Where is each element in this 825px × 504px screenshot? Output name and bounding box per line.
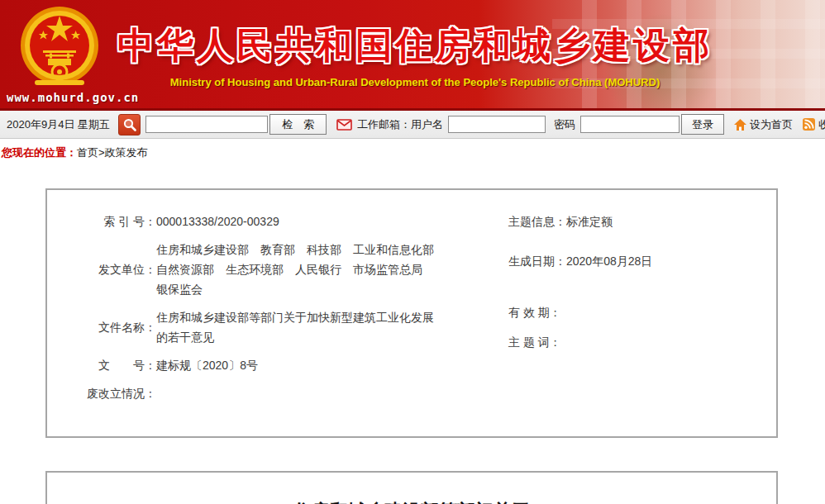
search-input[interactable] [145, 116, 268, 133]
username-input[interactable] [448, 116, 546, 133]
mail-username-label: 工作邮箱：用户名 [357, 117, 443, 132]
meta-label: 文 号： [70, 355, 156, 375]
meta-label: 主题信息： [508, 212, 566, 231]
meta-label: 有 效 期： [508, 302, 561, 322]
document-body-card: 住房和城乡建设部等部门关于 加快新型建筑工业化发展的若干意见 [45, 471, 778, 504]
current-date: 2020年9月4日 星期五 [7, 117, 110, 132]
meta-value: 建标规〔2020〕8号 [156, 355, 436, 375]
meta-label: 生成日期： [508, 251, 566, 271]
search-icon[interactable] [118, 114, 141, 136]
meta-row-document-number: 文 号： 建标规〔2020〕8号 [70, 355, 459, 375]
national-emblem [18, 4, 101, 90]
meta-label: 发文单位： [70, 259, 156, 279]
site-banner: 中华人民共和国住房和城乡建设部 Ministry of Housing and … [0, 0, 825, 111]
favorite-site-link[interactable]: 收藏本站 [803, 117, 825, 132]
set-homepage-link[interactable]: 设为首页 [734, 117, 793, 132]
breadcrumb-section-link[interactable]: 政策发布 [105, 146, 148, 159]
password-label: 密码 [554, 117, 575, 132]
site-url: www.mohurd.gov.cn [7, 91, 139, 104]
meta-label: 废改立情况： [65, 383, 156, 403]
metadata-left-column: 索 引 号： 000013338/2020-00329 发文单位： 住房和城乡建… [70, 212, 459, 411]
breadcrumb: 您现在的位置：首页>政策发布 [0, 139, 825, 167]
document-metadata-card: 索 引 号： 000013338/2020-00329 发文单位： 住房和城乡建… [45, 188, 778, 438]
site-title: 中华人民共和国住房和城乡建设部 [106, 21, 724, 70]
breadcrumb-separator: > [98, 146, 105, 159]
meta-row-document-name: 文件名称： 住房和城乡建设部等部门关于加快新型建筑工业化发展的若干意见 [70, 307, 459, 347]
meta-value: 000013338/2020-00329 [156, 212, 436, 231]
document-title: 住房和城乡建设部等部门关于 加快新型建筑工业化发展的若干意见 [47, 496, 776, 504]
meta-label: 文件名称： [70, 317, 156, 337]
rss-icon [803, 118, 815, 131]
meta-label: 索 引 号： [70, 212, 156, 231]
meta-row-validity-period: 有 效 期： [508, 302, 753, 322]
mail-icon [336, 119, 352, 131]
meta-row-issuing-units: 发文单位： 住房和城乡建设部 教育部 科技部 工业和信息化部 自然资源部 生态环… [70, 240, 459, 299]
favorite-site-label: 收藏本站 [818, 117, 825, 132]
site-subtitle-english: Ministry of Housing and Urban-Rural Deve… [106, 76, 724, 88]
document-title-line1: 住房和城乡建设部等部门关于 [47, 496, 776, 504]
home-icon [734, 119, 746, 131]
meta-value: 住房和城乡建设部等部门关于加快新型建筑工业化发展的若干意见 [156, 307, 436, 347]
meta-row-repeal-status: 废改立情况： [70, 383, 459, 403]
login-button[interactable]: 登录 [681, 114, 724, 135]
breadcrumb-home-link[interactable]: 首页 [77, 146, 98, 159]
set-homepage-label: 设为首页 [750, 117, 793, 132]
meta-row-creation-date: 生成日期： 2020年08月28日 [508, 251, 753, 271]
meta-label: 主 题 词： [508, 332, 561, 352]
meta-row-index-number: 索 引 号： 000013338/2020-00329 [70, 212, 459, 231]
breadcrumb-prefix: 您现在的位置： [2, 146, 77, 159]
metadata-right-column: 主题信息： 标准定额 生成日期： 2020年08月28日 有 效 期： 主 题 … [459, 212, 753, 411]
toolbar: 2020年9月4日 星期五 检 索 工作邮箱：用户名 密码 登录 设为首页 收藏… [0, 111, 825, 139]
meta-value: 2020年08月28日 [566, 251, 652, 271]
meta-value: 住房和城乡建设部 教育部 科技部 工业和信息化部 自然资源部 生态环境部 人民银… [156, 240, 436, 299]
password-input[interactable] [580, 116, 680, 133]
meta-row-subject-words: 主 题 词： [508, 332, 753, 352]
meta-row-subject-info: 主题信息： 标准定额 [508, 212, 753, 231]
search-submit-button[interactable]: 检 索 [269, 114, 327, 135]
meta-value: 标准定额 [566, 212, 613, 231]
